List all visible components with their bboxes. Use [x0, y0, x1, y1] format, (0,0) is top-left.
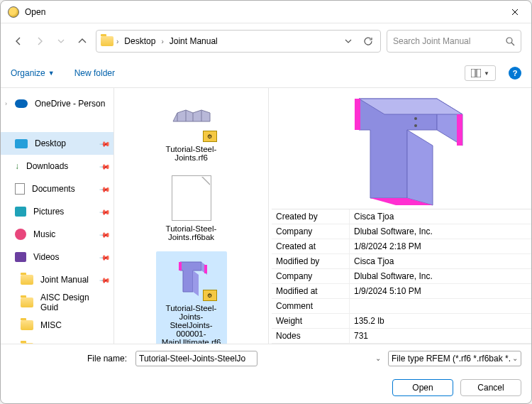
download-icon: ↓ [15, 161, 19, 171]
breadcrumb-jointmanual[interactable]: Joint Manual [167, 36, 221, 46]
filename-label: File name: [11, 354, 131, 364]
pin-icon: 📌 [99, 138, 111, 149]
close-icon [511, 9, 519, 16]
tree-item-downloads[interactable]: ↓ Downloads 📌 [1, 155, 113, 178]
refresh-icon[interactable] [363, 36, 373, 46]
recent-button[interactable] [53, 33, 69, 49]
meta-row: Created byCisca Tjoa [272, 209, 531, 224]
tree-item-models[interactable]: MODELS [1, 337, 113, 344]
svg-rect-17 [355, 99, 360, 130]
folder-icon [21, 275, 33, 285]
up-button[interactable] [74, 33, 90, 49]
file-type-select[interactable]: File type RFEM (*.rf6 *.rf6bak *.r ⌄ [388, 351, 521, 366]
title-bar: Open [1, 1, 531, 23]
breadcrumb-desktop[interactable]: Desktop [121, 36, 158, 46]
organize-button[interactable]: Organize ▼ [11, 68, 55, 78]
file-thumbnail: ⚙ [163, 95, 220, 142]
body: › OneDrive - Person Desktop 📌 ↓ Download… [1, 87, 531, 344]
pin-icon: 📌 [99, 274, 111, 285]
rfem-badge-icon: ⚙ [203, 131, 217, 142]
pin-icon: 📌 [99, 183, 111, 195]
joint-preview-icon [323, 88, 480, 212]
chevron-down-icon [57, 38, 65, 45]
app-icon [8, 6, 19, 18]
folder-icon [21, 320, 33, 330]
chevron-down-icon: ⌄ [510, 354, 518, 362]
arrow-right-icon [35, 36, 45, 46]
chevron-down-icon: ▼ [484, 70, 489, 77]
search-placeholder: Search Joint Manual [393, 36, 470, 46]
meta-row: Weight135.2 lb [272, 314, 531, 329]
folder-icon [21, 297, 33, 307]
search-box[interactable]: Search Joint Manual [387, 30, 521, 53]
chevron-right-icon: › [5, 100, 7, 107]
file-thumbnail [163, 175, 220, 222]
nav-row: › Desktop › Joint Manual Search Joint Ma… [1, 23, 531, 59]
pin-icon: 📌 [99, 229, 111, 240]
breadcrumb-sep: › [161, 38, 163, 45]
file-item[interactable]: ⚙ Tutorial-Steel-Joints.rf6 [156, 92, 227, 165]
tree-item-misc[interactable]: MISC [1, 314, 113, 337]
tree-item-aisc[interactable]: AISC Design Guid [1, 291, 113, 314]
meta-row: Nodes731 [272, 329, 531, 344]
folder-icon [101, 36, 113, 46]
filename-row: File name: ⌄ File type RFEM (*.rf6 *.rf6… [1, 344, 531, 372]
tree-item-documents[interactable]: Documents 📌 [1, 178, 113, 200]
tree-item-onedrive[interactable]: › OneDrive - Person [1, 92, 113, 115]
pin-icon: 📌 [99, 160, 111, 172]
meta-row: Comment [272, 299, 531, 314]
button-row: Open Cancel [1, 372, 531, 403]
meta-row: CompanyDlubal Software, Inc. [272, 224, 531, 239]
meta-row: CompanyDlubal Software, Inc. [272, 269, 531, 284]
address-bar[interactable]: › Desktop › Joint Manual [96, 30, 381, 53]
svg-rect-18 [457, 114, 462, 146]
back-button[interactable] [11, 33, 26, 49]
tree-item-joint-manual[interactable]: Joint Manual 📌 [1, 268, 113, 291]
chevron-down-icon[interactable]: ⌄ [373, 354, 381, 362]
close-button[interactable] [499, 1, 531, 23]
tree-panel: › OneDrive - Person Desktop 📌 ↓ Download… [1, 88, 114, 344]
new-folder-button[interactable]: New folder [74, 68, 115, 78]
toolbar: Organize ▼ New folder ▼ ? [1, 59, 531, 87]
help-button[interactable]: ? [509, 67, 521, 80]
pin-icon: 📌 [99, 206, 111, 217]
tree-item-desktop[interactable]: Desktop 📌 [1, 132, 113, 155]
preview-image [272, 88, 531, 209]
onedrive-icon [15, 99, 28, 108]
svg-point-20 [414, 117, 417, 120]
open-button[interactable]: Open [392, 379, 453, 396]
preview-metadata: Created byCisca Tjoa CompanyDlubal Softw… [272, 209, 531, 344]
arrow-up-icon [77, 36, 87, 46]
pictures-icon [15, 207, 26, 217]
svg-point-0 [506, 38, 512, 43]
svg-marker-3 [173, 110, 210, 121]
desktop-icon [15, 139, 28, 148]
forward-button[interactable] [32, 33, 48, 49]
file-item-selected[interactable]: ⚙ Tutorial-Steel-Joints-SteelJoints-0000… [156, 251, 227, 344]
svg-point-21 [414, 124, 417, 127]
breadcrumb-sep: › [116, 38, 118, 45]
window-title: Open [25, 7, 499, 17]
filename-input[interactable] [135, 351, 257, 366]
search-icon [505, 36, 515, 46]
meta-row: Modified at1/9/2024 5:10 PM [272, 284, 531, 299]
file-item[interactable]: Tutorial-Steel-Joints.rf6bak [156, 172, 227, 244]
blank-file-icon [172, 175, 211, 221]
file-thumbnail: ⚙ [163, 254, 220, 301]
tree-item-pictures[interactable]: Pictures 📌 [1, 200, 113, 223]
document-icon [15, 183, 25, 195]
file-list: ⚙ Tutorial-Steel-Joints.rf6 Tutorial-Ste… [114, 88, 269, 344]
rfem-badge-icon: ⚙ [203, 290, 217, 301]
tree-item-videos[interactable]: Videos 📌 [1, 246, 113, 268]
meta-row: Modified byCisca Tjoa [272, 254, 531, 269]
tree-item-music[interactable]: Music 📌 [1, 223, 113, 246]
cancel-button[interactable]: Cancel [460, 379, 521, 396]
file-label: Tutorial-Steel-Joints.rf6bak [166, 224, 217, 241]
chevron-down-icon[interactable] [345, 38, 352, 45]
music-icon [15, 229, 26, 240]
svg-rect-2 [477, 69, 481, 77]
view-mode-button[interactable]: ▼ [465, 65, 496, 81]
file-label: Tutorial-Steel-Joints.rf6 [166, 145, 217, 162]
chevron-down-icon: ▼ [48, 70, 55, 77]
file-label: Tutorial-Steel-Joints-SteelJoints-000001… [162, 304, 221, 344]
